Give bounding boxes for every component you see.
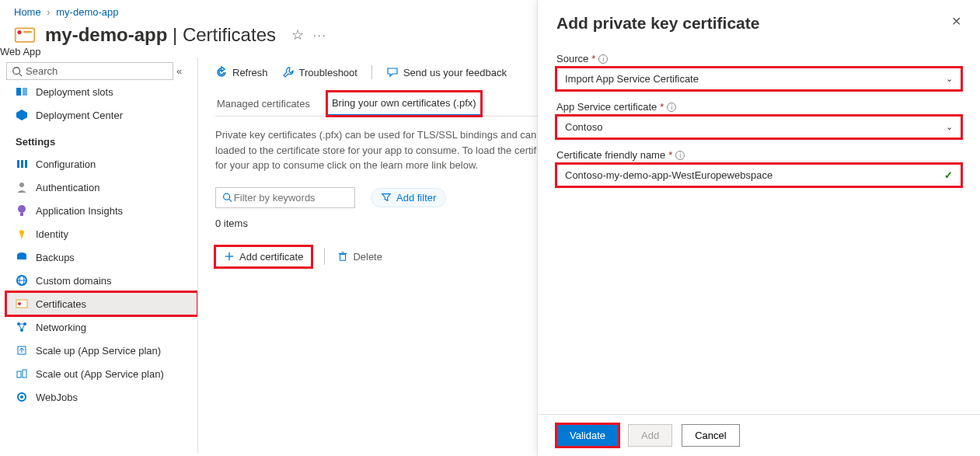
cancel-button[interactable]: Cancel [682, 424, 739, 447]
svg-line-4 [19, 73, 23, 76]
search-icon [12, 66, 23, 77]
sidebar-search[interactable]: Search [6, 62, 173, 80]
webapp-icon [14, 24, 36, 46]
svg-point-21 [18, 302, 21, 305]
search-icon [222, 192, 232, 203]
svg-rect-13 [20, 213, 23, 216]
networking-icon [16, 321, 28, 333]
svg-point-3 [13, 67, 20, 74]
info-icon[interactable]: i [667, 103, 676, 112]
svg-point-14 [19, 230, 24, 235]
svg-rect-0 [16, 28, 35, 42]
sidebar-section-settings: Settings [6, 127, 197, 152]
checkmark-icon: ✓ [944, 169, 953, 181]
add-certificate-panel: Add private key certificate ✕ Source* i … [537, 0, 980, 456]
troubleshoot-button[interactable]: Troubleshoot [282, 66, 357, 78]
validate-button[interactable]: Validate [556, 424, 619, 447]
refresh-icon [215, 66, 228, 78]
add-button: Add [628, 424, 672, 447]
svg-point-29 [20, 395, 23, 399]
svg-rect-6 [23, 88, 27, 96]
sidebar-item-configuration[interactable]: Configuration [6, 152, 197, 176]
svg-rect-2 [23, 31, 32, 33]
source-label: Source* i [556, 53, 961, 64]
scale-up-icon [16, 344, 28, 357]
slots-icon [16, 85, 28, 98]
svg-rect-16 [17, 255, 26, 259]
breadcrumb-app[interactable]: my-demo-app [56, 6, 118, 18]
scale-out-icon [16, 367, 28, 380]
svg-point-30 [224, 193, 230, 200]
chevron-down-icon: ⌄ [946, 122, 953, 132]
svg-rect-34 [340, 254, 346, 260]
tab-bring-your-own[interactable]: Bring your own certificates (.pfx) [327, 92, 481, 116]
deployment-center-icon [16, 109, 28, 121]
tab-description: Private key certificates (.pfx) can be u… [215, 127, 573, 173]
action-divider [324, 248, 325, 265]
source-dropdown[interactable]: Import App Service Certificate ⌄ [556, 68, 961, 90]
add-certificate-button[interactable]: Add certificate [215, 246, 312, 267]
panel-footer: Validate Add Cancel [538, 414, 980, 456]
toolbar-divider [371, 65, 372, 79]
svg-rect-27 [23, 370, 26, 378]
sidebar-item-authentication[interactable]: Authentication [6, 176, 197, 199]
svg-line-31 [229, 199, 232, 201]
info-icon[interactable]: i [598, 54, 608, 64]
tab-managed-certificates[interactable]: Managed certificates [215, 92, 312, 116]
collapse-sidebar-icon[interactable]: « [176, 65, 182, 77]
svg-marker-7 [16, 110, 27, 120]
configuration-icon [16, 158, 28, 170]
sidebar-item-custom-domains[interactable]: Custom domains [6, 269, 197, 292]
pin-icon[interactable]: ☆ [291, 26, 304, 44]
svg-point-1 [17, 30, 21, 34]
delete-button[interactable]: Delete [337, 251, 382, 263]
app-service-cert-label: App Service certificate* i [556, 101, 961, 113]
filter-keywords-field[interactable] [232, 191, 348, 204]
backups-icon [16, 251, 28, 263]
sidebar-item-certificates[interactable]: Certificates [6, 292, 197, 315]
sidebar-item-networking[interactable]: Networking [6, 315, 197, 339]
svg-rect-9 [21, 160, 23, 168]
filter-keywords-input[interactable] [215, 187, 355, 208]
trash-icon [337, 251, 348, 262]
sidebar-item-scale-up[interactable]: Scale up (App Service plan) [6, 339, 197, 362]
app-service-cert-dropdown[interactable]: Contoso ⌄ [556, 116, 961, 138]
close-icon[interactable]: ✕ [951, 14, 961, 29]
app-insights-icon [16, 204, 28, 217]
authentication-icon [16, 181, 28, 193]
sidebar-item-webjobs[interactable]: WebJobs [6, 385, 197, 409]
refresh-button[interactable]: Refresh [215, 66, 268, 78]
identity-icon [16, 228, 28, 240]
friendly-name-label: Certificate friendly name* i [556, 149, 961, 161]
more-menu-icon[interactable]: ··· [313, 29, 327, 41]
info-icon[interactable]: i [675, 151, 685, 160]
troubleshoot-icon [282, 66, 295, 78]
svg-point-12 [18, 205, 26, 213]
sidebar-item-app-insights[interactable]: Application Insights [6, 199, 197, 222]
svg-point-11 [19, 183, 24, 187]
filter-icon [381, 192, 392, 203]
svg-rect-5 [16, 88, 21, 96]
sidebar-item-backups[interactable]: Backups [6, 245, 197, 269]
friendly-name-input[interactable]: Contoso-my-demo-app-WestEuropewebspace ✓ [556, 164, 961, 186]
svg-rect-26 [17, 371, 21, 378]
svg-rect-10 [25, 160, 27, 168]
sidebar-item-deployment-center[interactable]: Deployment Center [6, 103, 197, 127]
page-title: my-demo-app | Certificates [45, 24, 276, 46]
webjobs-icon [16, 391, 28, 403]
panel-title: Add private key certificate [556, 14, 759, 33]
feedback-icon [386, 66, 399, 78]
breadcrumb-separator: › [47, 6, 50, 18]
sidebar-item-deployment-slots[interactable]: Deployment slots [6, 80, 197, 103]
breadcrumb-home[interactable]: Home [14, 6, 41, 18]
add-filter-button[interactable]: Add filter [371, 188, 446, 207]
plus-icon [224, 251, 235, 262]
sidebar-item-identity[interactable]: Identity [6, 222, 197, 245]
sidebar: Search « Deployment slots Deployment Cen… [0, 57, 198, 453]
chevron-down-icon: ⌄ [946, 74, 953, 84]
svg-rect-8 [17, 160, 19, 168]
sidebar-item-scale-out[interactable]: Scale out (App Service plan) [6, 362, 197, 385]
feedback-button[interactable]: Send us your feedback [386, 66, 507, 78]
certificates-icon [16, 298, 28, 310]
custom-domains-icon [16, 274, 28, 287]
